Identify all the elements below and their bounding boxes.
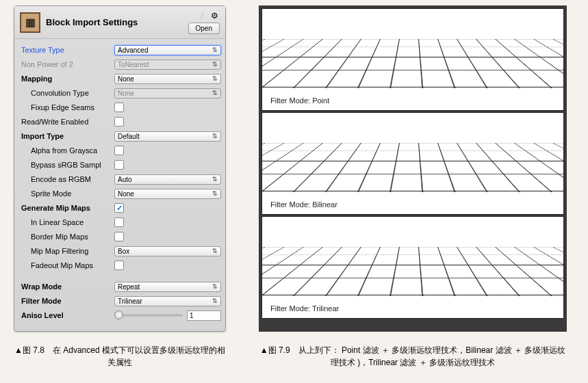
slider-knob[interactable] bbox=[114, 311, 123, 319]
border-mip-maps-checkbox[interactable] bbox=[114, 232, 124, 241]
convolution-type-select: None⇅ bbox=[114, 88, 221, 98]
chevron-updown-icon: ⇅ bbox=[212, 47, 218, 53]
preview-bilinear: Filter Mode: Bilinear bbox=[261, 112, 564, 215]
preview-column: Filter Mode: Point Filter Mode: Bilinear… bbox=[259, 5, 567, 332]
convolution-type-label: Convolution Type bbox=[18, 89, 114, 97]
texture-type-label: Texture Type bbox=[18, 46, 114, 54]
encode-as-rgbm-select[interactable]: Auto⇅ bbox=[114, 174, 221, 185]
grid-plane-icon bbox=[261, 143, 564, 192]
generate-mip-maps-checkbox[interactable] bbox=[114, 203, 124, 213]
mapping-select[interactable]: None⇅ bbox=[114, 74, 221, 84]
in-linear-space-checkbox[interactable] bbox=[114, 217, 124, 227]
border-mip-maps-label: Border Mip Maps bbox=[18, 233, 114, 241]
figure-caption-left: ▲图 7.8 在 Advanced 模式下可以设置多级渐远纹理的相关属性 bbox=[14, 344, 226, 369]
preview-caption: Filter Mode: Bilinear bbox=[270, 200, 337, 209]
inspector-body: Texture Type Advanced⇅ Non Power of 2 To… bbox=[14, 39, 225, 331]
read-write-enabled-checkbox[interactable] bbox=[114, 117, 124, 127]
chevron-updown-icon: ⇅ bbox=[212, 133, 218, 140]
alpha-from-grayscale-label: Alpha from Graysca bbox=[18, 146, 114, 155]
fadeout-mip-maps-checkbox[interactable] bbox=[114, 261, 124, 270]
open-button[interactable]: Open bbox=[188, 23, 220, 34]
aniso-level-field[interactable] bbox=[187, 311, 221, 321]
wrap-mode-label: Wrap Mode bbox=[18, 282, 114, 291]
wrap-mode-select[interactable]: Repeat⇅ bbox=[114, 282, 221, 292]
import-type-select[interactable]: Default⇅ bbox=[114, 131, 221, 142]
alpha-from-grayscale-checkbox[interactable] bbox=[114, 146, 124, 155]
texture-asset-icon: ▦ bbox=[20, 12, 40, 33]
grid-plane-icon bbox=[261, 247, 564, 296]
chevron-updown-icon: ⇅ bbox=[212, 190, 218, 197]
panel-title: Block Import Settings bbox=[46, 17, 188, 27]
chevron-updown-icon: ⇅ bbox=[212, 75, 218, 82]
grid-plane-icon bbox=[261, 39, 564, 88]
mapping-label: Mapping bbox=[18, 75, 114, 83]
preview-point: Filter Mode: Point bbox=[261, 8, 564, 111]
bypass-srgb-label: Bypass sRGB Sampl bbox=[18, 161, 114, 169]
inspector-panel: ▦ Block Import Settings ❔ ⚙ Open Texture… bbox=[14, 5, 226, 332]
chevron-updown-icon: ⇅ bbox=[212, 283, 218, 290]
bypass-srgb-checkbox[interactable] bbox=[114, 160, 124, 170]
aniso-level-label: Aniso Level bbox=[18, 311, 114, 319]
sprite-mode-select[interactable]: None⇅ bbox=[114, 189, 221, 199]
encode-as-rgbm-label: Encode as RGBM bbox=[18, 175, 114, 183]
read-write-enabled-label: Read/Write Enabled bbox=[18, 118, 114, 126]
aniso-level-slider[interactable] bbox=[114, 314, 183, 317]
chevron-updown-icon: ⇅ bbox=[212, 176, 218, 183]
help-icon[interactable]: ❔ bbox=[195, 10, 206, 21]
fadeout-mip-maps-label: Fadeout Mip Maps bbox=[18, 261, 114, 269]
sprite-mode-label: Sprite Mode bbox=[18, 189, 114, 198]
preview-caption: Filter Mode: Trilinear bbox=[270, 304, 339, 313]
preview-trilinear: Filter Mode: Trilinear bbox=[261, 216, 564, 319]
import-type-label: Import Type bbox=[18, 132, 114, 140]
fixup-edge-seams-label: Fixup Edge Seams bbox=[18, 103, 114, 111]
texture-type-select[interactable]: Advanced⇅ bbox=[114, 45, 221, 55]
chevron-updown-icon: ⇅ bbox=[212, 248, 218, 254]
fixup-edge-seams-checkbox bbox=[114, 103, 124, 112]
preview-caption: Filter Mode: Point bbox=[270, 96, 329, 105]
mip-map-filtering-label: Mip Map Filtering bbox=[18, 247, 114, 255]
chevron-updown-icon: ⇅ bbox=[212, 61, 218, 68]
inspector-header: ▦ Block Import Settings ❔ ⚙ Open bbox=[14, 6, 225, 39]
mip-map-filtering-select[interactable]: Box⇅ bbox=[114, 246, 221, 256]
non-power-of-2-select: ToNearest⇅ bbox=[114, 60, 221, 70]
gear-icon[interactable]: ⚙ bbox=[209, 10, 220, 21]
generate-mip-maps-label: Generate Mip Maps bbox=[18, 204, 114, 212]
chevron-updown-icon: ⇅ bbox=[212, 298, 218, 304]
chevron-updown-icon: ⇅ bbox=[212, 90, 218, 96]
non-power-of-2-label: Non Power of 2 bbox=[18, 60, 114, 68]
in-linear-space-label: In Linear Space bbox=[18, 218, 114, 226]
filter-mode-label: Filter Mode bbox=[18, 297, 114, 305]
filter-mode-select[interactable]: Trilinear⇅ bbox=[114, 296, 221, 306]
figure-caption-right: ▲图 7.9 从上到下： Point 滤波 ＋ 多级渐远纹理技术，Bilinea… bbox=[259, 344, 567, 369]
